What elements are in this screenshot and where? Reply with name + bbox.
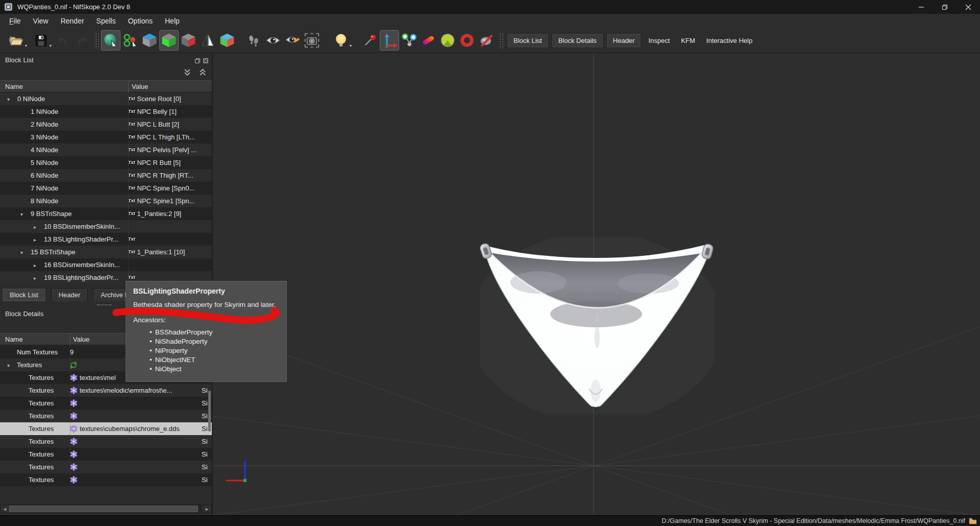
menu-item-file[interactable]: File — [3, 15, 27, 27]
scroll-right-arrow[interactable]: ► — [203, 505, 211, 513]
detail-value: 9 — [70, 346, 74, 358]
move-axes-button[interactable] — [380, 30, 399, 51]
toolbar-button-kfm[interactable]: KFM — [675, 34, 700, 47]
menu-item-options[interactable]: Options — [122, 15, 159, 27]
dock-splitter-handle[interactable] — [97, 304, 111, 305]
lightbulb-button[interactable]: ▾ — [329, 30, 353, 51]
column-divider[interactable] — [128, 81, 129, 93]
expander-open-icon[interactable]: ▾ — [7, 359, 17, 371]
toolbar-button-block-list[interactable]: Block List — [507, 33, 549, 48]
menu-item-render[interactable]: Render — [55, 15, 90, 27]
dropdown-arrow-icon[interactable]: ▾ — [25, 43, 27, 48]
texture-flower-icon — [70, 399, 78, 407]
block-details-row[interactable]: TexturesSi — [0, 397, 212, 410]
pick-nodes-button[interactable] — [120, 30, 140, 51]
dropdown-arrow-icon[interactable]: ▾ — [50, 43, 52, 48]
block-list-row[interactable]: 4 NiNodeTxtNPC Pelvis [Pelv] ... — [0, 144, 212, 156]
menu-item-help[interactable]: Help — [159, 15, 186, 27]
block-list-row[interactable]: ▸16 BSDismemberSkinIn... — [0, 258, 212, 271]
close-dock-icon[interactable] — [203, 58, 209, 64]
folder-icon[interactable] — [969, 517, 977, 524]
block-list-row[interactable]: 2 NiNodeTxtNPC L Butt [2] — [0, 118, 212, 131]
block-list-row[interactable]: ▾15 BSTriShapeTxt1_Panties:1 [10] — [0, 246, 212, 258]
block-details-row-selected[interactable]: Texturestextures\cubemaps\chrome_e.ddsSi — [0, 422, 212, 435]
minimize-button[interactable] — [910, 0, 933, 14]
horizontal-scrollbar[interactable]: ◄ ► — [0, 505, 212, 513]
eye-button[interactable] — [263, 30, 283, 51]
no-paint-button[interactable] — [477, 30, 496, 51]
eye-edit-button[interactable] — [283, 30, 302, 51]
menu-item-spells[interactable]: Spells — [90, 15, 122, 27]
float-dock-icon[interactable] — [194, 58, 201, 64]
block-details-row[interactable]: TexturesSi — [0, 435, 212, 448]
gradient-roller-button[interactable] — [419, 30, 438, 51]
open-folder-button[interactable]: ▾ — [4, 30, 29, 51]
cube-green-front-button[interactable] — [159, 30, 179, 51]
camera-button[interactable] — [302, 30, 322, 51]
block-list-row[interactable]: 3 NiNodeTxtNPC L Thigh [LTh... — [0, 131, 212, 144]
scroll-left-arrow[interactable]: ◄ — [1, 505, 9, 513]
toolbar-button-header[interactable]: Header — [606, 33, 642, 48]
block-details-row[interactable]: TexturesSi — [0, 410, 212, 422]
block-list-row[interactable]: ▸10 BSDismemberSkinIn... — [0, 220, 212, 233]
detail-value: textures\melodic\emmafrost\e... — [80, 384, 172, 397]
link-nodes-button[interactable] — [399, 30, 419, 51]
block-name: 8 NiNode — [31, 197, 58, 205]
restore-button[interactable] — [933, 0, 957, 14]
block-details-col-name: Name — [5, 336, 23, 343]
render-viewport[interactable] — [213, 53, 980, 515]
block-details-row[interactable]: TexturesSi — [0, 461, 212, 473]
block-list-row[interactable]: 7 NiNodeTxtNPC Spine [Spn0... — [0, 182, 212, 195]
detail-value: textures\mel — [80, 371, 116, 384]
red-ring-button[interactable] — [457, 30, 477, 51]
gradient-roller-icon — [421, 33, 436, 48]
menu-item-view[interactable]: View — [27, 15, 55, 27]
expander-open-icon[interactable]: ▾ — [7, 93, 17, 105]
block-list-row[interactable]: ▾0 NiNodeTxtScene Root [0] — [0, 92, 212, 105]
block-list-header[interactable]: Name Value — [0, 80, 212, 92]
block-details-row[interactable]: TexturesSi — [0, 473, 212, 486]
expander-open-icon[interactable]: ▾ — [20, 208, 31, 220]
minimize-icon — [918, 4, 924, 10]
expander-closed-icon[interactable]: ▸ — [34, 259, 44, 271]
footsteps-button[interactable] — [244, 30, 263, 51]
two-sided-button[interactable] — [198, 30, 217, 51]
block-list-row[interactable]: 1 NiNodeTxtNPC Belly [1] — [0, 105, 212, 118]
pin-button[interactable] — [360, 30, 380, 51]
txt-icon: Txt — [128, 182, 135, 195]
save-file-button[interactable]: ▾ — [29, 30, 53, 51]
dock-tab-block-list[interactable]: Block List — [2, 288, 46, 301]
dropdown-arrow-icon[interactable]: ▾ — [350, 43, 352, 48]
column-divider[interactable] — [70, 333, 70, 346]
expand-all-icon[interactable] — [198, 68, 207, 77]
vertical-scrollbar-thumb[interactable] — [208, 391, 211, 432]
detail-name: Textures — [29, 476, 54, 484]
horizontal-scrollbar-thumb[interactable] — [9, 506, 198, 512]
cube-textured-button[interactable] — [217, 30, 237, 51]
toolbar-button-inspect[interactable]: Inspect — [643, 34, 675, 47]
dock-tab-header[interactable]: Header — [51, 288, 88, 301]
block-list-row[interactable]: 8 NiNodeTxtNPC Spine1 [Spn... — [0, 195, 212, 207]
toolbar-button-interactive-help[interactable]: Interactive Help — [701, 34, 758, 47]
redo-button[interactable] — [72, 30, 92, 51]
expander-closed-icon[interactable]: ▸ — [34, 233, 44, 246]
block-list-row[interactable]: ▸13 BSLightingShaderPr...Txt — [0, 233, 212, 246]
close-button[interactable] — [957, 0, 980, 14]
toolbar-button-block-details[interactable]: Block Details — [552, 33, 603, 48]
block-name: 0 NiNode — [17, 95, 45, 103]
block-list-row[interactable]: 6 NiNodeTxtNPC R Thigh [RT... — [0, 169, 212, 182]
collapse-all-icon[interactable] — [183, 68, 192, 77]
toolbar-grip — [94, 32, 99, 49]
expander-closed-icon[interactable]: ▸ — [34, 272, 44, 284]
cube-blue-top-button[interactable] — [140, 30, 159, 51]
block-list-row[interactable]: 5 NiNodeTxtNPC R Butt [5] — [0, 156, 212, 169]
expander-open-icon[interactable]: ▾ — [20, 246, 31, 258]
expander-closed-icon[interactable]: ▸ — [34, 221, 44, 233]
block-list-row[interactable]: ▾9 BSTriShapeTxt1_Panties:2 [9] — [0, 207, 212, 220]
block-details-row[interactable]: Texturestextures\melodic\emmafrost\e...S… — [0, 384, 212, 397]
pick-sphere-button[interactable] — [101, 30, 120, 51]
cube-red-side-button[interactable] — [179, 30, 198, 51]
block-details-row[interactable]: TexturesSi — [0, 448, 212, 461]
undo-button[interactable] — [53, 30, 72, 51]
clock-pie-button[interactable] — [438, 30, 457, 51]
